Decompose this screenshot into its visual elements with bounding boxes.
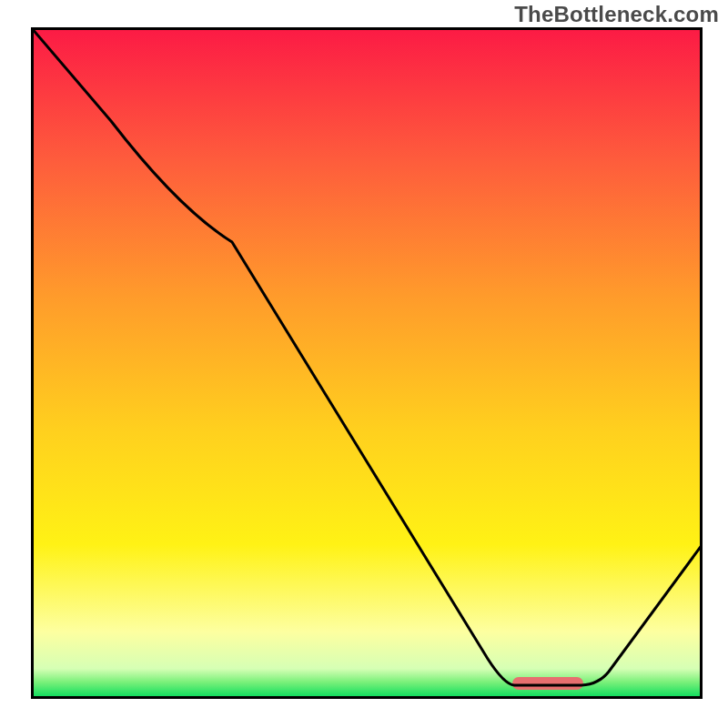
- chart-svg: [31, 27, 703, 699]
- chart-stage: TheBottleneck.com: [0, 0, 728, 728]
- gradient-background: [31, 27, 703, 699]
- chart-plot-area: [31, 27, 703, 699]
- sweet-spot-marker: [512, 677, 583, 690]
- watermark-text: TheBottleneck.com: [514, 2, 719, 27]
